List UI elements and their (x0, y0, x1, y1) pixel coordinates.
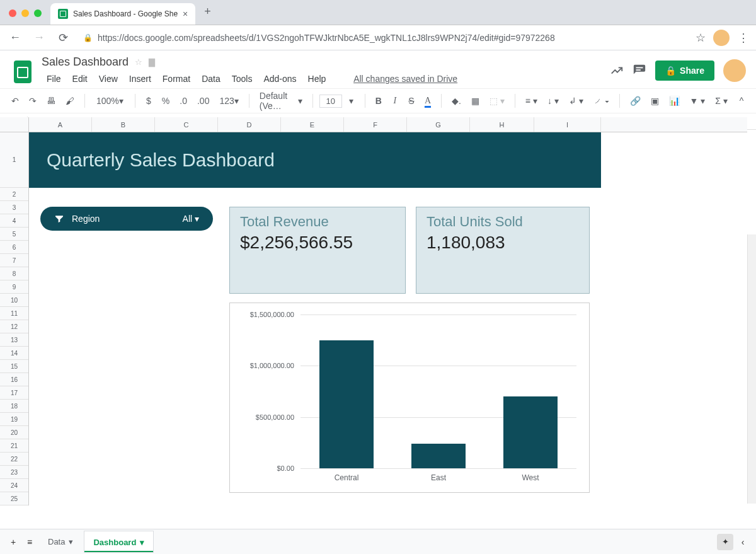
row-header[interactable]: 14 (0, 347, 28, 360)
undo-button[interactable]: ↶ (8, 93, 23, 108)
row-header[interactable]: 19 (0, 413, 28, 426)
bookmark-button[interactable]: ☆ (694, 31, 707, 45)
spreadsheet-grid[interactable]: ABCDEFGHI 123456789101112131415161718192… (0, 117, 756, 529)
row-header[interactable]: 9 (0, 280, 28, 294)
sheets-app-icon[interactable] (10, 55, 35, 88)
filter-button[interactable]: ▼ ▾ (686, 93, 709, 108)
menu-view[interactable]: View (94, 71, 123, 86)
text-rotation-button[interactable]: ⟋ ▾ (590, 93, 613, 108)
chart-bar[interactable] (319, 340, 374, 468)
scroll-sheets-button[interactable]: ‹ (736, 534, 750, 550)
row-header[interactable]: 20 (0, 426, 28, 439)
insert-chart-button[interactable]: 📊 (665, 93, 684, 108)
horizontal-align-button[interactable]: ≡ ▾ (522, 93, 541, 108)
decrease-decimal-button[interactable]: .0 (176, 93, 191, 108)
row-header[interactable]: 12 (0, 320, 28, 333)
sheet-tab-data[interactable]: Data ▾ (39, 532, 82, 551)
column-header[interactable]: D (218, 117, 281, 132)
browser-menu-button[interactable]: ⋮ (736, 31, 751, 45)
menu-tools[interactable]: Tools (227, 71, 258, 86)
row-header[interactable]: 13 (0, 333, 28, 347)
forward-button[interactable]: → (29, 28, 49, 48)
column-header[interactable]: H (470, 117, 534, 132)
comments-icon[interactable] (633, 64, 646, 78)
row-header[interactable]: 25 (0, 492, 28, 505)
address-bar[interactable]: 🔒 https://docs.google.com/spreadsheets/d… (77, 33, 690, 43)
fill-color-button[interactable]: ◆. (448, 93, 465, 108)
row-header[interactable]: 15 (0, 360, 28, 373)
row-header[interactable]: 3 (0, 201, 28, 214)
move-document-button[interactable]: ▇ (149, 57, 155, 67)
font-size-dropdown[interactable]: ▾ (345, 93, 358, 108)
row-header[interactable]: 5 (0, 228, 28, 241)
chart-bar[interactable] (503, 396, 558, 468)
print-button[interactable]: 🖶 (43, 93, 59, 108)
column-header[interactable]: E (281, 117, 344, 132)
window-controls[interactable] (0, 9, 50, 25)
vertical-scrollbar[interactable] (747, 234, 756, 504)
row-header[interactable]: 22 (0, 453, 28, 466)
row-header[interactable]: 21 (0, 439, 28, 453)
column-header[interactable]: C (155, 117, 218, 132)
back-button[interactable]: ← (5, 28, 25, 48)
row-header[interactable]: 1 (0, 132, 28, 188)
save-status[interactable]: All changes saved in Drive (348, 71, 462, 86)
menu-insert[interactable]: Insert (124, 71, 156, 86)
format-currency-button[interactable]: $ (142, 93, 156, 108)
explore-button[interactable]: ✦ (717, 534, 733, 550)
format-percent-button[interactable]: % (158, 93, 173, 108)
menu-format[interactable]: Format (158, 71, 195, 86)
account-avatar[interactable] (723, 59, 746, 82)
row-header[interactable]: 2 (0, 188, 28, 201)
redo-button[interactable]: ↷ (25, 93, 40, 108)
column-header[interactable]: B (92, 117, 155, 132)
star-document-button[interactable]: ☆ (135, 57, 142, 67)
reload-button[interactable]: ⟳ (53, 28, 73, 48)
minimize-window-icon[interactable] (21, 9, 29, 17)
profile-avatar-small[interactable] (713, 30, 730, 46)
browser-tab[interactable]: Sales Dashboard - Google She × (50, 3, 195, 25)
close-tab-icon[interactable]: × (183, 9, 188, 19)
column-header[interactable]: G (407, 117, 470, 132)
sheet-tab-dashboard[interactable]: Dashboard ▾ (84, 531, 153, 552)
menu-help[interactable]: Help (303, 71, 331, 86)
row-header[interactable]: 4 (0, 214, 28, 228)
select-all-cells[interactable] (0, 117, 29, 132)
column-header[interactable]: I (534, 117, 601, 132)
font-family-select[interactable]: Default (Ve… ▾ (256, 88, 306, 113)
document-title[interactable]: Sales Dashboard (42, 55, 129, 69)
row-header[interactable]: 10 (0, 294, 28, 307)
row-header[interactable]: 24 (0, 479, 28, 492)
close-window-icon[interactable] (9, 9, 16, 17)
row-header[interactable]: 8 (0, 267, 28, 280)
row-header[interactable]: 17 (0, 386, 28, 400)
menu-data[interactable]: Data (197, 71, 226, 86)
paint-format-button[interactable]: 🖌 (62, 93, 78, 108)
zoom-select[interactable]: 100% ▾ (91, 95, 129, 107)
share-button[interactable]: 🔒 Share (655, 61, 714, 81)
menu-file[interactable]: File (42, 71, 66, 86)
row-header[interactable]: 16 (0, 373, 28, 386)
functions-button[interactable]: Σ ▾ (711, 93, 731, 108)
increase-decimal-button[interactable]: .00 (193, 93, 213, 108)
menu-edit[interactable]: Edit (67, 71, 93, 86)
bold-button[interactable]: B (372, 93, 386, 108)
more-formats-button[interactable]: 123▾ (215, 93, 242, 108)
insert-comment-button[interactable]: ▣ (647, 93, 663, 108)
vertical-align-button[interactable]: ↓ ▾ (544, 93, 563, 108)
collapse-toolbar-button[interactable]: ^ (735, 93, 748, 108)
column-header[interactable]: A (29, 117, 92, 132)
row-header[interactable]: 23 (0, 466, 28, 479)
row-header[interactable]: 7 (0, 254, 28, 267)
activity-icon[interactable] (610, 64, 624, 78)
new-tab-button[interactable]: + (195, 5, 220, 25)
borders-button[interactable]: ▦ (467, 93, 483, 108)
insert-link-button[interactable]: 🔗 (626, 93, 644, 108)
italic-button[interactable]: I (388, 93, 402, 108)
all-sheets-button[interactable]: ≡ (23, 534, 37, 550)
bar-chart[interactable]: $0.00$500,000.00$1,000,000.00$1,500,000.… (229, 303, 590, 493)
maximize-window-icon[interactable] (34, 9, 42, 17)
chart-bar[interactable] (411, 444, 466, 468)
merge-cells-button[interactable]: ⬚ ▾ (486, 93, 508, 108)
strikethrough-button[interactable]: S (404, 93, 418, 108)
